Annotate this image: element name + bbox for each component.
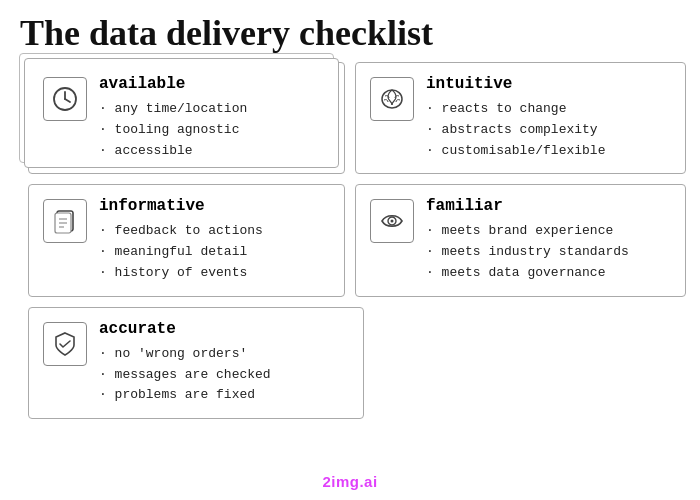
list-item: meaningful detail [99,242,263,263]
svg-point-13 [391,220,394,223]
shield-check-icon [43,322,87,366]
list-item: tooling agnostic [99,120,247,141]
card-familiar: familiar meets brand experience meets in… [355,184,686,296]
available-list: any time/location tooling agnostic acces… [99,99,247,161]
svg-line-2 [65,99,70,102]
list-item: messages are checked [99,365,271,386]
available-content: available any time/location tooling agno… [99,75,247,161]
cards-grid: available any time/location tooling agno… [0,62,700,297]
card-accurate: accurate no 'wrong orders' messages are … [28,307,364,419]
intuitive-title: intuitive [426,75,605,93]
list-item: any time/location [99,99,247,120]
brain-icon [370,77,414,121]
accurate-content: accurate no 'wrong orders' messages are … [99,320,271,406]
familiar-title: familiar [426,197,629,215]
list-item: meets data governance [426,263,629,284]
eye-icon [370,199,414,243]
familiar-list: meets brand experience meets industry st… [426,221,629,283]
list-item: no 'wrong orders' [99,344,271,365]
list-item: accessible [99,141,247,162]
watermark: 2img.ai [322,473,377,490]
svg-point-3 [382,90,402,108]
list-item: history of events [99,263,263,284]
accurate-list: no 'wrong orders' messages are checked p… [99,344,271,406]
list-item: customisable/flexible [426,141,605,162]
list-item: meets brand experience [426,221,629,242]
informative-content: informative feedback to actions meaningf… [99,197,263,283]
familiar-content: familiar meets brand experience meets in… [426,197,629,283]
list-item: feedback to actions [99,221,263,242]
list-item: reacts to change [426,99,605,120]
card-informative: informative feedback to actions meaningf… [28,184,345,296]
card-intuitive: intuitive reacts to change abstracts com… [355,62,686,174]
list-item: abstracts complexity [426,120,605,141]
informative-list: feedback to actions meaningful detail hi… [99,221,263,283]
clock-icon [43,77,87,121]
bottom-row: accurate no 'wrong orders' messages are … [0,297,700,419]
intuitive-content: intuitive reacts to change abstracts com… [426,75,605,161]
list-item: meets industry standards [426,242,629,263]
accurate-title: accurate [99,320,271,338]
card-available: available any time/location tooling agno… [28,62,345,174]
page-title: The data delivery checklist [0,0,700,62]
document-icon [43,199,87,243]
list-item: problems are fixed [99,385,271,406]
intuitive-list: reacts to change abstracts complexity cu… [426,99,605,161]
available-title: available [99,75,247,93]
informative-title: informative [99,197,263,215]
